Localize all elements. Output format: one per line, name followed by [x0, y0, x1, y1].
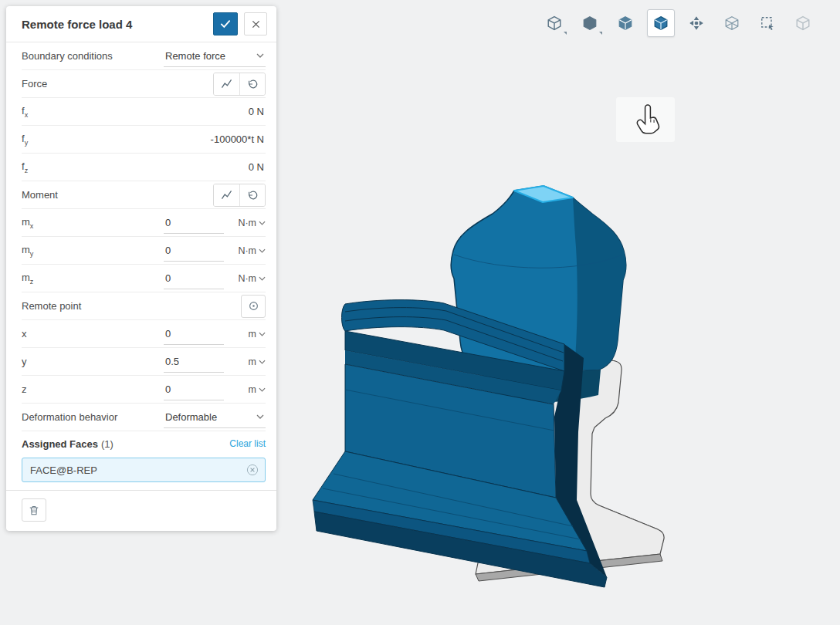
- y-unit-select[interactable]: m: [249, 356, 266, 367]
- z-unit-select[interactable]: m: [249, 384, 266, 395]
- target-icon: [248, 300, 259, 312]
- mz-input[interactable]: [164, 268, 224, 289]
- boundary-conditions-value: Remote force: [165, 50, 225, 62]
- mz-unit: N·m: [238, 273, 256, 284]
- clear-list-link[interactable]: Clear list: [229, 438, 266, 449]
- assigned-face-chip[interactable]: FACE@B-REP: [22, 458, 266, 482]
- y-input[interactable]: [164, 351, 224, 373]
- delete-button[interactable]: [22, 498, 46, 522]
- y-label: y: [22, 356, 27, 367]
- z-row: z m: [22, 376, 266, 404]
- mx-row: mx N·m: [22, 209, 266, 237]
- z-label: z: [22, 383, 27, 395]
- chevron-down-icon: [259, 332, 266, 336]
- panel-title: Remote force load 4: [22, 18, 132, 31]
- force-reset-button[interactable]: [239, 73, 265, 95]
- fy-row: fy -100000*t N: [22, 126, 266, 154]
- x-unit-select[interactable]: m: [249, 329, 266, 340]
- z-unit: m: [249, 384, 256, 395]
- y-row: y m: [22, 348, 266, 376]
- undo-icon: [247, 190, 258, 201]
- remote-point-row: Remote point: [22, 292, 266, 320]
- moment-reset-button[interactable]: [239, 184, 265, 206]
- fx-row: fx 0 N: [22, 98, 266, 126]
- moment-formula-button[interactable]: [214, 184, 239, 206]
- mz-unit-select[interactable]: N·m: [238, 273, 266, 284]
- circle-x-icon: [246, 464, 259, 476]
- assigned-face-chip-label: FACE@B-REP: [30, 465, 97, 476]
- solid-parts-cube-icon[interactable]: [611, 9, 639, 37]
- viewport-toolbar: [540, 9, 817, 37]
- dropdown-caret-icon: [599, 32, 602, 35]
- deformation-row: Deformation behavior Deformable: [22, 404, 266, 431]
- fz-value[interactable]: 0 N: [249, 161, 266, 173]
- settings-panel: Remote force load 4 Boundary conditions …: [6, 6, 276, 531]
- x-label: x: [22, 328, 27, 340]
- chevron-down-icon: [256, 414, 264, 419]
- box-select-icon[interactable]: [754, 9, 781, 37]
- mx-label: mx: [22, 216, 33, 230]
- remove-face-button[interactable]: [246, 464, 259, 476]
- mx-unit: N·m: [238, 218, 256, 228]
- deformation-value: Deformable: [165, 411, 217, 423]
- line-chart-icon: [221, 79, 232, 89]
- view-orientation-cube-icon[interactable]: [540, 9, 568, 37]
- y-unit: m: [249, 356, 256, 367]
- trash-icon: [29, 505, 39, 516]
- moment-label: Moment: [22, 189, 58, 201]
- check-icon: [220, 19, 231, 29]
- deformation-select[interactable]: Deformable: [164, 407, 266, 428]
- fz-row: fz 0 N: [22, 154, 266, 181]
- remote-point-pick-button[interactable]: [241, 295, 266, 318]
- my-unit-select[interactable]: N·m: [238, 245, 266, 256]
- close-button[interactable]: [244, 12, 267, 35]
- move-entities-icon[interactable]: [682, 9, 710, 37]
- fx-label: fx: [22, 105, 28, 119]
- chevron-down-icon: [259, 387, 266, 392]
- remote-point-label: Remote point: [22, 300, 81, 312]
- assigned-faces-count: (1): [101, 438, 113, 450]
- deformation-label: Deformation behavior: [22, 411, 117, 423]
- mz-label: mz: [22, 272, 33, 285]
- line-chart-icon: [221, 190, 232, 200]
- x-unit: m: [249, 329, 256, 340]
- my-row: my N·m: [22, 237, 266, 265]
- force-label: Force: [22, 78, 47, 90]
- assigned-faces-label: Assigned Faces: [22, 438, 98, 450]
- close-icon: [252, 20, 260, 29]
- confirm-button[interactable]: [213, 12, 238, 35]
- hide-parts-cube-icon[interactable]: [789, 9, 817, 37]
- moment-actions: [213, 184, 266, 207]
- x-row: x m: [22, 320, 266, 348]
- dropdown-caret-icon: [564, 32, 567, 35]
- my-label: my: [22, 244, 33, 258]
- my-input[interactable]: [164, 240, 224, 262]
- panel-footer: [6, 490, 276, 531]
- chevron-down-icon: [259, 248, 266, 253]
- boundary-conditions-select[interactable]: Remote force: [164, 46, 266, 67]
- force-row: Force: [22, 70, 266, 98]
- render-mode-cube-icon[interactable]: [647, 9, 675, 37]
- boundary-conditions-row: Boundary conditions Remote force: [22, 42, 266, 70]
- assigned-faces-header: Assigned Faces (1) Clear list: [22, 431, 266, 456]
- boundary-conditions-label: Boundary conditions: [22, 50, 113, 62]
- fx-value[interactable]: 0 N: [249, 106, 266, 117]
- undo-icon: [247, 79, 258, 90]
- fz-label: fz: [22, 160, 28, 174]
- moment-row: Moment: [22, 181, 266, 209]
- my-unit: N·m: [238, 245, 256, 256]
- transparent-cube-icon[interactable]: [718, 9, 746, 37]
- mx-unit-select[interactable]: N·m: [238, 218, 266, 228]
- chevron-down-icon: [259, 221, 266, 225]
- mx-input[interactable]: [164, 212, 224, 234]
- shaded-cube-icon[interactable]: [576, 9, 604, 37]
- z-input[interactable]: [164, 379, 224, 400]
- force-formula-button[interactable]: [214, 73, 239, 95]
- chevron-down-icon: [259, 360, 266, 364]
- fy-label: fy: [22, 133, 28, 147]
- force-actions: [213, 73, 266, 96]
- fy-value[interactable]: -100000*t N: [211, 133, 266, 145]
- chevron-down-icon: [259, 276, 266, 281]
- chevron-down-icon: [256, 53, 264, 58]
- x-input[interactable]: [164, 323, 224, 345]
